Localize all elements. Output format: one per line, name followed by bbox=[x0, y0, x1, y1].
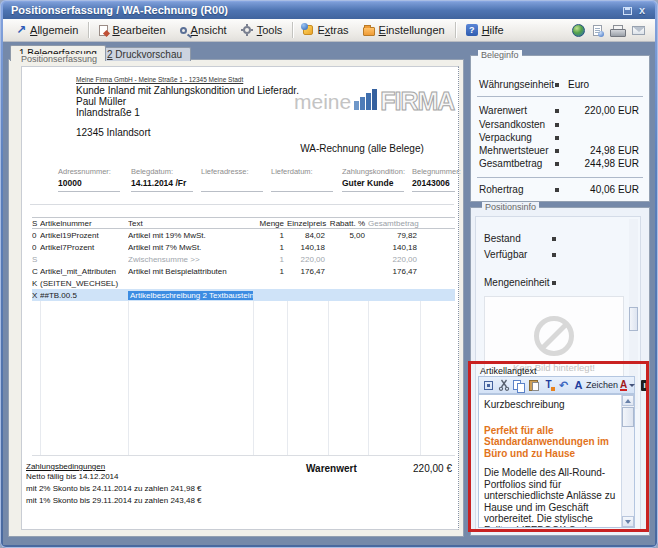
field-value-zahlungskondition[interactable]: Guter Kunde bbox=[342, 178, 393, 188]
table-row-selected[interactable]: X ##TB.00.5 Artikelbeschreibung 2 Textba… bbox=[32, 289, 455, 301]
grid-column-line bbox=[128, 301, 129, 455]
table-row[interactable]: 0 Artikel7Prozent Artikel mit 7% MwSt. 1… bbox=[32, 241, 455, 253]
payment-line-3: mit 1% Skonto bis 29.11.2014 zu zahlen 2… bbox=[26, 496, 202, 506]
logo-word-firma: FIRMA bbox=[380, 91, 454, 112]
grid-column-line bbox=[368, 301, 369, 455]
table-row[interactable]: 0 Artikel19Prozent Artikel mit 19% MwSt.… bbox=[32, 229, 455, 241]
restore-window-icon[interactable] bbox=[623, 7, 632, 15]
beleginfo-value-mehrwertsteuer: 24,98 EUR bbox=[539, 145, 639, 156]
beleginfo-label-gesamtbetrag: Gesamtbetrag bbox=[479, 158, 542, 169]
sender-line: Meine Firma GmbH - Meine Straße 1 - 1234… bbox=[76, 76, 243, 83]
field-bullet bbox=[552, 281, 556, 285]
beleginfo-value-waehrungseinheit: Euro bbox=[568, 79, 589, 90]
table-row[interactable]: C Artikel_mit_Attributen Artikel mit Bei… bbox=[32, 265, 455, 277]
font-icon[interactable]: A bbox=[571, 378, 586, 393]
positionserfassung-group-label: Positionserfassung bbox=[18, 54, 100, 64]
copy-icon[interactable] bbox=[511, 378, 526, 393]
editor-scrollbar[interactable] bbox=[621, 395, 634, 527]
printer-icon[interactable] bbox=[610, 25, 624, 36]
menu-bearbeiten[interactable]: Bearbeiten bbox=[92, 22, 172, 38]
address-line-2: Paul Müller bbox=[76, 96, 126, 107]
tab-druckvorschau[interactable]: 2 Druckvorschau bbox=[98, 47, 191, 61]
field-value-belegdatum[interactable]: 14.11.2014 /Fr bbox=[131, 178, 186, 188]
langtext-highlight: Perfekt für alle Standardanwendungen im … bbox=[484, 425, 616, 460]
beleginfo-label-versandkosten: Versandkosten bbox=[479, 119, 545, 130]
paste-icon[interactable] bbox=[526, 378, 541, 393]
window-title: Positionserfassung / WA-Rechnung (R00) bbox=[11, 4, 228, 16]
menu-allgemein[interactable]: ↗ Allgemein bbox=[9, 22, 85, 38]
col-header-s: S bbox=[32, 219, 40, 228]
field-value-belegnummer[interactable]: 20143006 bbox=[412, 178, 450, 188]
langtext-label: Artikellangtext bbox=[480, 366, 537, 376]
close-window-icon[interactable]: x bbox=[639, 4, 645, 17]
field-bullet bbox=[552, 253, 556, 257]
panel-scrollbar-thumb[interactable] bbox=[629, 307, 638, 331]
separator-line bbox=[477, 96, 643, 97]
menu-extras[interactable]: Extras bbox=[296, 22, 355, 38]
no-image-icon bbox=[534, 316, 574, 356]
grid-column-line bbox=[328, 301, 329, 455]
col-header-text: Text bbox=[128, 219, 253, 228]
langtext-editor[interactable]: Kurzbeschreibung Perfekt für alle Standa… bbox=[478, 394, 635, 528]
langtext-paragraph: Die Modelle des All-Round-Portfolios sin… bbox=[484, 467, 616, 528]
grid-column-line bbox=[253, 301, 254, 455]
col-header-gesamtbetrag: Gesamtbetrag bbox=[368, 219, 420, 228]
selected-text-cell[interactable]: Artikelbeschreibung 2 Textbaustein bbox=[128, 291, 253, 300]
font-color-icon[interactable]: A bbox=[618, 378, 637, 393]
logo-word-meine: meine bbox=[294, 92, 351, 112]
menu-tools[interactable]: Tools bbox=[234, 22, 290, 38]
table-empty-area bbox=[32, 301, 455, 456]
format-text-icon[interactable]: T bbox=[541, 378, 556, 393]
items-table: S Artikelnummer Text Menge Einzelpreis R… bbox=[32, 217, 455, 301]
field-bullet bbox=[555, 136, 559, 140]
email-icon[interactable] bbox=[632, 26, 645, 35]
positionsinfo-group-label: Positionsinfo bbox=[482, 202, 539, 212]
menu-ansicht[interactable]: Ansicht bbox=[173, 22, 234, 38]
payment-line-1: Netto fällig bis 14.12.2014 bbox=[26, 472, 119, 482]
editor-scrollbar-thumb[interactable] bbox=[622, 407, 634, 427]
extras-icon bbox=[303, 25, 313, 35]
positionsinfo-label-bestand: Bestand bbox=[484, 233, 521, 244]
workspace: 1 Belegerfassung 2 Druckvorschau Positio… bbox=[3, 42, 655, 545]
field-label-adressnummer: Adressnummer: bbox=[58, 167, 111, 176]
grid-column-line bbox=[287, 301, 288, 455]
settings-folder-icon bbox=[363, 27, 375, 36]
table-row-pagebreak[interactable]: K (SEITEN_WECHSEL) bbox=[32, 277, 455, 289]
undo-icon[interactable]: ↶ bbox=[556, 378, 571, 393]
web-globe-icon[interactable] bbox=[572, 24, 585, 37]
table-header-row: S Artikelnummer Text Menge Einzelpreis R… bbox=[32, 217, 455, 229]
zeichen-label[interactable]: Zeichen bbox=[586, 380, 618, 390]
menu-hilfe[interactable]: ? Hilfe bbox=[459, 22, 511, 38]
langtext-toolbar: T ↶ A Zeichen A I bbox=[478, 376, 635, 394]
edit-page-icon bbox=[99, 25, 108, 36]
document-info-icon[interactable] bbox=[593, 25, 602, 36]
invoice-document: Meine Firma GmbH - Meine Straße 1 - 1234… bbox=[21, 66, 459, 530]
field-label-belegnummer: Belegnummer: bbox=[412, 167, 461, 176]
text-cursor-icon[interactable]: I bbox=[637, 378, 652, 393]
field-label-lieferadresse: Lieferadresse: bbox=[201, 167, 249, 176]
col-header-menge: Menge bbox=[253, 219, 287, 228]
beleginfo-label-rohertrag: Rohertrag bbox=[479, 184, 523, 195]
field-label-zahlungskondition: Zahlungskondition: bbox=[342, 167, 405, 176]
col-header-einzelpreis: Einzelpreis bbox=[287, 219, 328, 228]
cut-icon[interactable] bbox=[496, 378, 511, 393]
app-window: Positionserfassung / WA-Rechnung (R00) x… bbox=[0, 0, 658, 548]
field-value-adressnummer[interactable]: 10000 bbox=[58, 178, 82, 188]
menu-einstellungen[interactable]: Einstellungen bbox=[356, 22, 452, 38]
scroll-down-button[interactable] bbox=[622, 516, 634, 527]
goods-value-label: Warenwert bbox=[306, 463, 357, 474]
grid-column-line bbox=[40, 301, 41, 455]
beleginfo-value-rohertrag: 40,06 EUR bbox=[539, 184, 639, 195]
col-header-rabatt: Rabatt. % bbox=[328, 219, 368, 228]
scroll-up-button[interactable] bbox=[622, 395, 634, 406]
insert-object-icon[interactable] bbox=[481, 378, 496, 393]
table-row-subtotal[interactable]: S Zwischensumme >> 1 220,00 220,00 bbox=[32, 253, 455, 265]
menu-bar: ↗ Allgemein Bearbeiten Ansicht Tools Ext… bbox=[3, 19, 655, 42]
langtext-line-1: Kurzbeschreibung bbox=[484, 399, 616, 411]
positionsinfo-label-mengeneinheit: Mengeneinheit bbox=[484, 277, 550, 288]
field-label-lieferdatum: Lieferdatum: bbox=[271, 167, 313, 176]
menu-separator bbox=[455, 22, 456, 38]
payment-terms-heading: Zahlungsbedingungen bbox=[26, 462, 105, 472]
address-line-3: Inlandstraße 1 bbox=[76, 107, 140, 118]
help-icon: ? bbox=[466, 24, 478, 36]
